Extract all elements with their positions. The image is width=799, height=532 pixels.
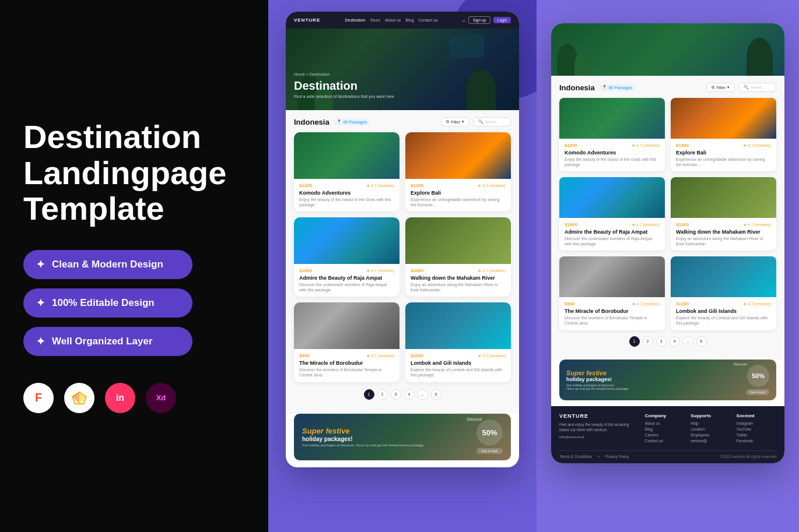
right-panel: Indonesia 📍 86 Packages ⧉ Filter ▾ 🔍 Sea… <box>537 0 799 532</box>
destination-card[interactable]: $1600 ★ 4.7 (reviews) Admire the Beauty … <box>559 177 665 251</box>
dest-controls: ⧉ Filter ▾ 🔍 Search... <box>441 117 511 126</box>
page-button[interactable]: 1 <box>364 389 374 400</box>
destination-card[interactable]: $900 ★ 4.7 (reviews) The Miracle of Boro… <box>294 302 400 382</box>
destination-card[interactable]: $1000 ★ 4.7 (reviews) Walking down the M… <box>671 177 776 251</box>
location-icon: 📍 <box>337 119 342 124</box>
card-name: The Miracle of Borobudur <box>299 360 394 366</box>
dest-header: Indonesia 📍 60 Packages ⧉ Filter ▾ 🔍 Sea… <box>294 117 511 126</box>
right-festive-content: Discount Super festive holiday packages!… <box>566 369 746 390</box>
page-button[interactable]: 4 <box>670 336 680 347</box>
login-button[interactable]: Login <box>493 17 511 23</box>
filter-label: Filter <box>451 120 460 124</box>
destination-card[interactable]: $900 ★ 4.7 (reviews) The Miracle of Boro… <box>559 256 665 330</box>
footer-location[interactable]: Location <box>691 427 730 431</box>
feature-badge-2: ✦ 100% Editable Design <box>23 288 192 318</box>
signup-button[interactable]: Sign up <box>468 16 490 24</box>
footer-blog[interactable]: Blog <box>645 427 685 431</box>
discount-percent: 50% <box>482 429 497 436</box>
right-search-box[interactable]: 🔍 Search... <box>738 83 776 92</box>
card-meta: $900 ★ 4.7 (reviews) <box>299 353 394 358</box>
page-button[interactable]: ... <box>683 336 693 347</box>
card-price: $1600 <box>565 222 577 227</box>
card-body: $1300 ★ 4.7 (reviews) Explore Bali Exper… <box>405 179 511 212</box>
nav-blog[interactable]: Blog <box>405 18 413 22</box>
destination-card[interactable]: $1000 ★ 4.7 (reviews) Walking down the M… <box>405 217 511 297</box>
footer-careers[interactable]: Careers <box>645 433 685 437</box>
footer-contact[interactable]: Contact us <box>645 439 685 443</box>
page-button[interactable]: 6 <box>431 389 441 400</box>
privacy-link[interactable]: Privacy Policy <box>605 455 629 459</box>
nav-about[interactable]: About us <box>385 18 401 22</box>
card-image <box>294 132 400 179</box>
page-button[interactable]: 3 <box>391 389 401 400</box>
card-image <box>559 177 665 218</box>
footer-help[interactable]: Help <box>691 421 730 425</box>
destination-card[interactable]: $1200 ★ 4.7 (reviews) Komodo Adventures … <box>294 132 400 212</box>
nav-brand: VENTURE <box>294 17 320 23</box>
destination-card[interactable]: $1200 ★ 4.7 (reviews) Lombok and Gili Is… <box>671 256 776 330</box>
destination-card[interactable]: $1300 ★ 4.7 (reviews) Explore Bali Exper… <box>671 98 776 171</box>
xd-icon: Xd <box>146 383 176 413</box>
footer-employees[interactable]: Employees <box>691 433 730 437</box>
nav-destination[interactable]: Destination <box>345 18 366 22</box>
page-button[interactable]: ... <box>418 389 428 400</box>
card-name: Walking down the Mahakam River <box>676 229 771 235</box>
footer-instagram[interactable]: Instagram <box>737 421 776 425</box>
card-price: $1600 <box>299 268 312 273</box>
right-dest-controls: ⧉ Filter ▾ 🔍 Search... <box>706 83 776 92</box>
figma-icon: F <box>23 383 54 413</box>
destination-card[interactable]: $1200 ★ 4.7 (reviews) Komodo Adventures … <box>559 98 665 171</box>
card-description: Enjoy the beauty of the Island of the Go… <box>565 157 660 167</box>
footer-twitter[interactable]: Twitter <box>737 433 776 437</box>
chevron-icon: ▾ <box>462 119 464 124</box>
right-filter-button[interactable]: ⧉ Filter ▾ <box>706 83 735 92</box>
footer-brand-col: VENTURE Feel and enjoy the beauty of the… <box>559 413 639 445</box>
card-name: Explore Bali <box>411 190 506 196</box>
right-festive-desc: Get holiday packages at discount.Hurry u… <box>566 383 746 390</box>
nav-tours[interactable]: Tours <box>370 18 380 22</box>
feature-label-1: Clean & Modern Design <box>52 259 163 270</box>
right-festive-cta[interactable]: Get it now! <box>746 389 769 395</box>
footer-youtube[interactable]: YouTube <box>737 427 776 431</box>
search-icon[interactable]: ⌕ <box>462 17 465 23</box>
card-image <box>559 98 665 139</box>
page-button[interactable]: 4 <box>404 389 415 400</box>
hero-section: Home > Destination Destination Find a wi… <box>286 29 519 110</box>
card-meta: $1000 ★ 4.7 (reviews) <box>411 268 506 273</box>
card-meta: $1200 ★ 4.7 (reviews) <box>565 143 660 148</box>
page-button[interactable]: 1 <box>629 336 640 347</box>
footer-copyright: ©2023 venture All rights reserved <box>720 455 776 459</box>
destination-card[interactable]: $1200 ★ 4.7 (reviews) Lombok and Gili Is… <box>405 302 511 382</box>
card-price: $1200 <box>411 353 423 358</box>
right-discount-percent: 50% <box>752 372 765 379</box>
destination-card[interactable]: $1300 ★ 4.7 (reviews) Explore Bali Exper… <box>405 132 511 212</box>
right-festive-banner: Discount Super festive holiday packages!… <box>559 360 776 400</box>
packages-count: 60 Packages <box>344 120 367 124</box>
page-button[interactable]: 2 <box>377 389 388 400</box>
page-button[interactable]: 2 <box>643 336 653 347</box>
card-rating: ★ 4.7 (reviews) <box>632 143 660 148</box>
card-description: Explore the beauty of Lombok and Gili Is… <box>676 315 771 326</box>
right-festive-subtitle: holiday packages! <box>566 376 746 382</box>
card-price: $1200 <box>565 143 577 148</box>
card-name: Komodo Adventures <box>565 150 660 156</box>
terms-link[interactable]: Terms & Conditions <box>559 455 592 459</box>
main-title: Destination Landingpage Template <box>23 119 245 227</box>
festive-cta-button[interactable]: Get it now! <box>476 448 503 454</box>
destination-card[interactable]: $1600 ★ 4.7 (reviews) Admire the Beauty … <box>294 217 400 297</box>
dest-title-row: Indonesia 📍 60 Packages <box>294 118 370 126</box>
filter-button[interactable]: ⧉ Filter ▾ <box>441 117 469 126</box>
sketch-icon <box>64 383 94 413</box>
right-search-icon: 🔍 <box>744 85 749 90</box>
page-button[interactable]: 6 <box>696 336 707 347</box>
footer-about[interactable]: About us <box>645 421 685 425</box>
right-top-image <box>551 23 784 76</box>
footer-venture-email[interactable]: venture@ <box>691 439 730 443</box>
right-discount-label: Discount <box>734 362 747 366</box>
card-image <box>405 132 511 179</box>
footer-facebook[interactable]: Facebook <box>737 439 776 443</box>
page-button[interactable]: 3 <box>656 336 667 347</box>
search-box[interactable]: 🔍 Search... <box>473 117 511 126</box>
feature-label-2: 100% Editable Design <box>52 297 155 309</box>
nav-contact[interactable]: Contact us <box>418 18 437 22</box>
